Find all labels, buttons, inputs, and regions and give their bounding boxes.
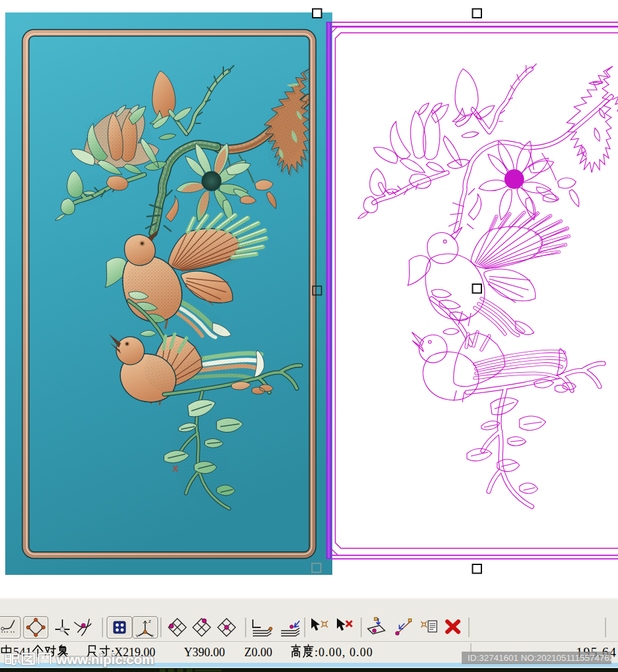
svg-text:www.nipic.com: www.nipic.com — [56, 652, 154, 667]
svg-text:z: z — [148, 618, 151, 624]
svg-text:Y390.00: Y390.00 — [184, 646, 225, 659]
svg-text:ID:32741601 NO:202105111557476: ID:32741601 NO:20210511155747629123 — [468, 653, 618, 663]
svg-text:x: x — [151, 633, 154, 639]
svg-text::0.00, 0.00: :0.00, 0.00 — [315, 646, 373, 659]
svg-text:v: v — [136, 633, 139, 639]
svg-text:Z0.00: Z0.00 — [244, 646, 273, 659]
